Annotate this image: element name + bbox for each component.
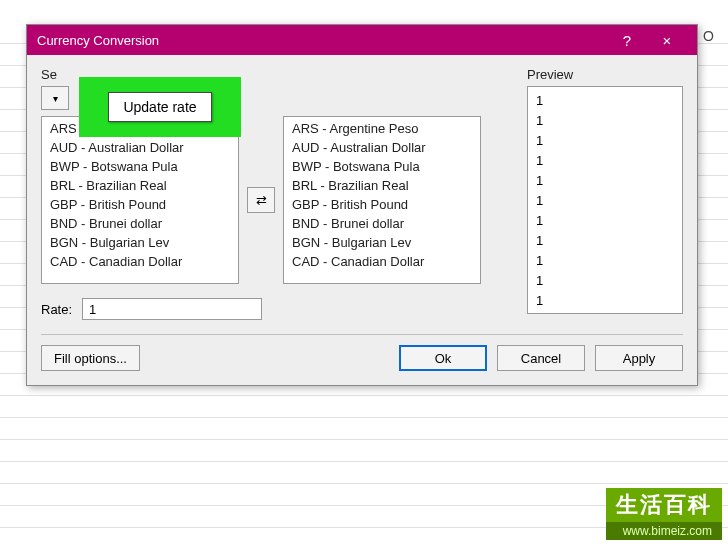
preview-item: 1: [536, 91, 674, 111]
apply-button[interactable]: Apply: [595, 345, 683, 371]
list-item[interactable]: GBP - British Pound: [284, 195, 480, 214]
preview-item: 1: [536, 151, 674, 171]
list-item[interactable]: BGN - Bulgarian Lev: [284, 233, 480, 252]
column-header-O[interactable]: O: [703, 28, 714, 44]
preview-item: 1: [536, 251, 674, 271]
list-item[interactable]: CAD - Canadian Dollar: [284, 252, 480, 271]
preview-item: 1: [536, 211, 674, 231]
rate-label: Rate:: [41, 302, 72, 317]
dialog-titlebar[interactable]: Currency Conversion ? ×: [27, 25, 697, 55]
list-item[interactable]: BWP - Botswana Pula: [42, 157, 238, 176]
swap-icon: ⇄: [256, 193, 267, 208]
divider: [41, 334, 683, 335]
preview-item: 1: [536, 131, 674, 151]
list-item[interactable]: AUD - Australian Dollar: [42, 138, 238, 157]
watermark: 生活百科 www.bimeiz.com: [606, 488, 722, 540]
preview-item: 1: [536, 171, 674, 191]
preview-item: 1: [536, 111, 674, 131]
preview-item: 1: [536, 291, 674, 311]
swap-button[interactable]: ⇄: [247, 187, 275, 213]
list-item[interactable]: BGN - Bulgarian Lev: [42, 233, 238, 252]
preview-label: Preview: [527, 67, 683, 82]
cancel-button[interactable]: Cancel: [497, 345, 585, 371]
chevron-down-icon: ▾: [53, 93, 58, 104]
list-item[interactable]: GBP - British Pound: [42, 195, 238, 214]
dialog-title: Currency Conversion: [37, 33, 607, 48]
ok-button[interactable]: Ok: [399, 345, 487, 371]
help-button[interactable]: ?: [607, 32, 647, 49]
source-currency-list[interactable]: ARS - Argentine PesoAUD - Australian Dol…: [41, 116, 239, 284]
list-item[interactable]: AUD - Australian Dollar: [284, 138, 480, 157]
preview-list: 11111111111: [527, 86, 683, 314]
list-item[interactable]: CAD - Canadian Dollar: [42, 252, 238, 271]
watermark-title: 生活百科: [606, 488, 722, 522]
currency-conversion-dialog: Currency Conversion ? × Update rate Se ▾…: [26, 24, 698, 386]
list-item[interactable]: BND - Brunei dollar: [284, 214, 480, 233]
update-rate-button[interactable]: Update rate: [108, 92, 211, 122]
list-item[interactable]: BND - Brunei dollar: [42, 214, 238, 233]
source-dropdown[interactable]: ▾: [41, 86, 69, 110]
tutorial-highlight: Update rate: [79, 77, 241, 137]
rate-input[interactable]: [82, 298, 262, 320]
target-currency-list[interactable]: ARS - Argentine PesoAUD - Australian Dol…: [283, 116, 481, 284]
close-button[interactable]: ×: [647, 32, 687, 49]
fill-options-button[interactable]: Fill options...: [41, 345, 140, 371]
list-item[interactable]: ARS - Argentine Peso: [284, 119, 480, 138]
preview-item: 1: [536, 191, 674, 211]
watermark-url: www.bimeiz.com: [606, 522, 722, 540]
list-item[interactable]: BRL - Brazilian Real: [42, 176, 238, 195]
list-item[interactable]: BWP - Botswana Pula: [284, 157, 480, 176]
preview-item: 1: [536, 271, 674, 291]
preview-item: 1: [536, 231, 674, 251]
list-item[interactable]: BRL - Brazilian Real: [284, 176, 480, 195]
